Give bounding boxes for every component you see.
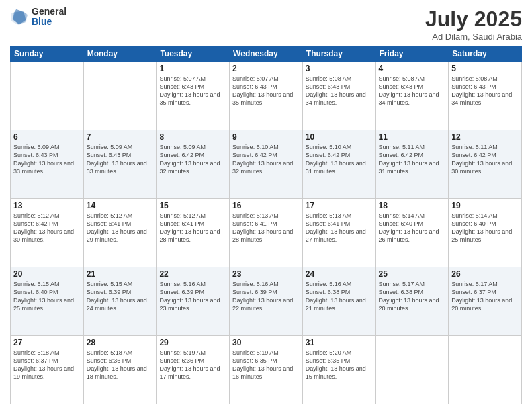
day-number: 29: [159, 338, 226, 347]
day-info: Sunrise: 5:07 AM Sunset: 6:43 PM Dayligh…: [159, 75, 226, 107]
calendar-cell: 29Sunrise: 5:19 AM Sunset: 6:36 PM Dayli…: [157, 336, 230, 404]
day-info: Sunrise: 5:14 AM Sunset: 6:40 PM Dayligh…: [379, 212, 446, 244]
calendar-cell: 15Sunrise: 5:12 AM Sunset: 6:41 PM Dayli…: [157, 199, 230, 267]
day-info: Sunrise: 5:11 AM Sunset: 6:42 PM Dayligh…: [379, 143, 446, 176]
calendar-cell: 2Sunrise: 5:07 AM Sunset: 6:43 PM Daylig…: [230, 62, 303, 130]
day-info: Sunrise: 5:10 AM Sunset: 6:42 PM Dayligh…: [232, 143, 300, 176]
day-info: Sunrise: 5:17 AM Sunset: 6:37 PM Dayligh…: [451, 280, 519, 313]
day-info: Sunrise: 5:09 AM Sunset: 6:42 PM Dayligh…: [159, 143, 226, 176]
calendar-cell: 19Sunrise: 5:14 AM Sunset: 6:40 PM Dayli…: [449, 199, 522, 267]
calendar-cell: 27Sunrise: 5:18 AM Sunset: 6:37 PM Dayli…: [11, 336, 84, 404]
day-number: 20: [13, 269, 81, 279]
header-monday: Monday: [83, 46, 157, 62]
day-number: 14: [87, 201, 154, 210]
week-row-4: 20Sunrise: 5:15 AM Sunset: 6:40 PM Dayli…: [11, 267, 522, 336]
day-info: Sunrise: 5:15 AM Sunset: 6:40 PM Dayligh…: [13, 280, 81, 313]
day-number: 15: [159, 201, 226, 210]
calendar-cell: [83, 62, 157, 130]
calendar-cell: 10Sunrise: 5:10 AM Sunset: 6:42 PM Dayli…: [302, 130, 375, 199]
day-number: 21: [87, 269, 154, 279]
day-number: 25: [379, 269, 446, 279]
day-info: Sunrise: 5:08 AM Sunset: 6:43 PM Dayligh…: [306, 75, 373, 107]
day-info: Sunrise: 5:13 AM Sunset: 6:41 PM Dayligh…: [232, 212, 300, 244]
day-info: Sunrise: 5:07 AM Sunset: 6:43 PM Dayligh…: [232, 75, 300, 107]
calendar-table: Sunday Monday Tuesday Wednesday Thursday…: [10, 46, 522, 404]
calendar-cell: [11, 62, 84, 130]
calendar-cell: 4Sunrise: 5:08 AM Sunset: 6:43 PM Daylig…: [375, 62, 449, 130]
day-info: Sunrise: 5:13 AM Sunset: 6:41 PM Dayligh…: [306, 212, 373, 244]
calendar-cell: 9Sunrise: 5:10 AM Sunset: 6:42 PM Daylig…: [230, 130, 303, 199]
day-number: 31: [306, 338, 373, 347]
main-title: July 2025: [425, 7, 522, 32]
week-row-1: 1Sunrise: 5:07 AM Sunset: 6:43 PM Daylig…: [11, 62, 522, 130]
header-thursday: Thursday: [302, 46, 375, 62]
day-number: 2: [232, 64, 300, 73]
day-info: Sunrise: 5:08 AM Sunset: 6:43 PM Dayligh…: [451, 75, 519, 107]
calendar-cell: 18Sunrise: 5:14 AM Sunset: 6:40 PM Dayli…: [375, 199, 449, 267]
day-number: 27: [13, 338, 81, 347]
calendar-cell: 3Sunrise: 5:08 AM Sunset: 6:43 PM Daylig…: [302, 62, 375, 130]
logo: General Blue: [10, 7, 66, 28]
calendar-cell: 25Sunrise: 5:17 AM Sunset: 6:38 PM Dayli…: [375, 267, 449, 336]
header-wednesday: Wednesday: [230, 46, 303, 62]
calendar-cell: 7Sunrise: 5:09 AM Sunset: 6:43 PM Daylig…: [83, 130, 157, 199]
day-number: 22: [159, 269, 226, 279]
day-info: Sunrise: 5:12 AM Sunset: 6:41 PM Dayligh…: [87, 212, 154, 244]
calendar-cell: 22Sunrise: 5:16 AM Sunset: 6:39 PM Dayli…: [157, 267, 230, 336]
day-info: Sunrise: 5:15 AM Sunset: 6:39 PM Dayligh…: [87, 280, 154, 313]
header-friday: Friday: [375, 46, 449, 62]
day-number: 19: [451, 201, 519, 210]
day-number: 3: [306, 64, 373, 73]
day-info: Sunrise: 5:18 AM Sunset: 6:37 PM Dayligh…: [13, 349, 81, 381]
page: General Blue July 2025 Ad Dilam, Saudi A…: [0, 0, 532, 411]
day-number: 24: [306, 269, 373, 279]
day-number: 5: [451, 64, 519, 73]
calendar-cell: [449, 336, 522, 404]
day-info: Sunrise: 5:08 AM Sunset: 6:43 PM Dayligh…: [379, 75, 446, 107]
day-info: Sunrise: 5:18 AM Sunset: 6:36 PM Dayligh…: [87, 349, 154, 381]
day-number: 23: [232, 269, 300, 279]
weekday-header-row: Sunday Monday Tuesday Wednesday Thursday…: [11, 46, 522, 62]
day-info: Sunrise: 5:12 AM Sunset: 6:41 PM Dayligh…: [159, 212, 226, 244]
header-saturday: Saturday: [449, 46, 522, 62]
day-number: 4: [379, 64, 446, 73]
week-row-5: 27Sunrise: 5:18 AM Sunset: 6:37 PM Dayli…: [11, 336, 522, 404]
day-number: 7: [87, 132, 154, 142]
header-sunday: Sunday: [11, 46, 84, 62]
calendar-cell: 16Sunrise: 5:13 AM Sunset: 6:41 PM Dayli…: [230, 199, 303, 267]
calendar-cell: 12Sunrise: 5:11 AM Sunset: 6:42 PM Dayli…: [449, 130, 522, 199]
day-number: 28: [87, 338, 154, 347]
logo-blue-text: Blue: [32, 17, 66, 27]
calendar-cell: 24Sunrise: 5:16 AM Sunset: 6:38 PM Dayli…: [302, 267, 375, 336]
header-tuesday: Tuesday: [157, 46, 230, 62]
calendar-cell: 30Sunrise: 5:19 AM Sunset: 6:35 PM Dayli…: [230, 336, 303, 404]
day-number: 13: [13, 201, 81, 210]
calendar-cell: 11Sunrise: 5:11 AM Sunset: 6:42 PM Dayli…: [375, 130, 449, 199]
calendar-cell: 8Sunrise: 5:09 AM Sunset: 6:42 PM Daylig…: [157, 130, 230, 199]
logo-general-text: General: [32, 7, 66, 17]
day-number: 8: [159, 132, 226, 142]
day-info: Sunrise: 5:10 AM Sunset: 6:42 PM Dayligh…: [306, 143, 373, 176]
day-number: 6: [13, 132, 81, 142]
calendar-cell: 28Sunrise: 5:18 AM Sunset: 6:36 PM Dayli…: [83, 336, 157, 404]
day-info: Sunrise: 5:20 AM Sunset: 6:35 PM Dayligh…: [306, 349, 373, 381]
title-block: July 2025 Ad Dilam, Saudi Arabia: [425, 7, 522, 42]
day-info: Sunrise: 5:19 AM Sunset: 6:36 PM Dayligh…: [159, 349, 226, 381]
day-number: 10: [306, 132, 373, 142]
calendar-cell: 1Sunrise: 5:07 AM Sunset: 6:43 PM Daylig…: [157, 62, 230, 130]
day-info: Sunrise: 5:12 AM Sunset: 6:42 PM Dayligh…: [13, 212, 81, 244]
day-info: Sunrise: 5:16 AM Sunset: 6:39 PM Dayligh…: [232, 280, 300, 313]
day-number: 26: [451, 269, 519, 279]
day-number: 17: [306, 201, 373, 210]
day-number: 30: [232, 338, 300, 347]
calendar-cell: [375, 336, 449, 404]
day-info: Sunrise: 5:09 AM Sunset: 6:43 PM Dayligh…: [13, 143, 81, 176]
calendar-cell: 14Sunrise: 5:12 AM Sunset: 6:41 PM Dayli…: [83, 199, 157, 267]
calendar-cell: 23Sunrise: 5:16 AM Sunset: 6:39 PM Dayli…: [230, 267, 303, 336]
day-number: 16: [232, 201, 300, 210]
calendar-cell: 31Sunrise: 5:20 AM Sunset: 6:35 PM Dayli…: [302, 336, 375, 404]
calendar-cell: 13Sunrise: 5:12 AM Sunset: 6:42 PM Dayli…: [11, 199, 84, 267]
day-info: Sunrise: 5:16 AM Sunset: 6:39 PM Dayligh…: [159, 280, 226, 313]
day-info: Sunrise: 5:17 AM Sunset: 6:38 PM Dayligh…: [379, 280, 446, 313]
week-row-2: 6Sunrise: 5:09 AM Sunset: 6:43 PM Daylig…: [11, 130, 522, 199]
